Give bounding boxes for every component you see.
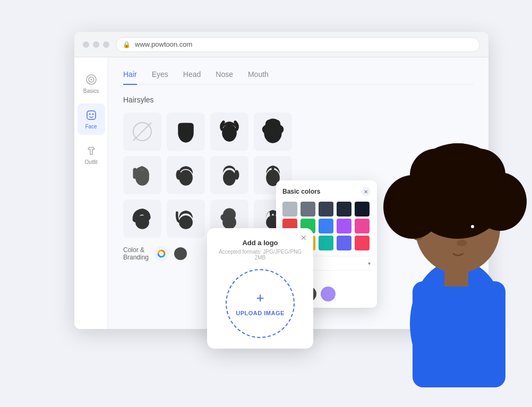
popup-close-button[interactable]: ✕ (361, 187, 371, 196)
color-cell-black[interactable] (355, 202, 370, 217)
chevron-down-icon: ▾ (368, 261, 371, 266)
tab-eyes[interactable]: Eyes (152, 70, 168, 85)
svg-point-5 (92, 114, 93, 115)
svg-rect-3 (87, 111, 96, 119)
upload-logo-popup: ✕ Add a logo Accepted formats: JPG/JPEG/… (207, 228, 313, 349)
color-cell-blue[interactable] (319, 219, 333, 233)
svg-point-24 (179, 215, 193, 229)
no-hair-icon (133, 122, 152, 141)
sidebar-label-face: Face (85, 124, 97, 129)
sidebar-item-outfit[interactable]: Outfit (78, 139, 105, 170)
hairstyle-item-5[interactable] (167, 156, 205, 194)
face-icon (85, 109, 98, 122)
tab-mouth[interactable]: Mouth (248, 70, 269, 85)
svg-rect-17 (133, 168, 136, 179)
hairstyle-item-2[interactable] (210, 112, 248, 151)
basics-icon (85, 73, 98, 86)
upload-plus-icon: + (256, 290, 264, 306)
upload-popup-close-button[interactable]: ✕ (301, 233, 307, 242)
svg-point-20 (223, 170, 236, 186)
tab-hair[interactable]: Hair (123, 70, 137, 85)
browser-dot-1 (83, 41, 89, 48)
hairstyle-item-1[interactable] (167, 112, 205, 151)
svg-point-21 (234, 170, 239, 179)
tab-head[interactable]: Head (183, 70, 201, 85)
color-cell-purple[interactable] (337, 219, 351, 233)
browser-toolbar: 🔒 www.powtoon.com (74, 32, 488, 57)
outfit-icon (85, 144, 98, 157)
svg-point-9 (222, 124, 237, 142)
tab-nose[interactable]: Nose (216, 70, 233, 85)
svg-rect-8 (178, 123, 194, 128)
color-cell-gray-light[interactable] (282, 202, 297, 217)
color-cell-gray[interactable] (301, 202, 315, 217)
color-cell-teal[interactable] (319, 236, 333, 250)
lock-icon: 🔒 (123, 41, 131, 48)
color-cell-gray-darker[interactable] (337, 202, 351, 217)
color-branding-label: Color &Branding (123, 246, 149, 261)
sidebar-item-face[interactable]: Face (78, 103, 105, 135)
browser-address-bar: 🔒 www.powtoon.com (116, 37, 480, 52)
sidebar-item-basics[interactable]: Basics (78, 68, 105, 99)
svg-point-2 (90, 79, 92, 81)
hairstyle-item-3[interactable] (254, 112, 292, 151)
my-color-swatch-purple[interactable] (321, 287, 336, 301)
browser-dots (83, 41, 109, 48)
color-cell-rose[interactable] (355, 236, 370, 250)
svg-point-27 (220, 214, 227, 221)
sidebar: Basics Face (74, 57, 108, 329)
color-cell-indigo[interactable] (337, 236, 351, 250)
svg-point-4 (89, 114, 90, 115)
hairstyles-title: Hairsyles (123, 96, 474, 104)
upload-area[interactable]: + UPLOAD IMAGE (226, 269, 295, 338)
upload-popup-subtitle: Accepted formats: JPG/JPEG/PNG 2MB (218, 249, 303, 261)
browser-dot-3 (103, 41, 109, 48)
color-cell-pink[interactable] (355, 219, 370, 233)
browser-dot-2 (93, 41, 99, 48)
svg-point-15 (272, 119, 280, 127)
upload-image-label: UPLOAD IMAGE (236, 309, 285, 317)
svg-point-14 (265, 119, 273, 127)
dark-color-swatch[interactable] (174, 247, 187, 260)
hairstyle-item-8[interactable] (123, 200, 161, 238)
svg-point-18 (179, 170, 193, 186)
tab-nav: Hair Eyes Head Nose Mouth (123, 70, 474, 85)
popup-header: Basic colors ✕ (282, 187, 371, 196)
hairstyle-item-6[interactable] (210, 156, 248, 194)
color-wheel-button[interactable] (154, 246, 169, 261)
svg-point-19 (176, 170, 181, 179)
popup-title: Basic colors (282, 188, 320, 195)
sidebar-label-outfit: Outfit (85, 159, 98, 165)
sidebar-label-basics: Basics (83, 88, 99, 94)
browser-url: www.powtoon.com (135, 40, 192, 48)
color-cell-gray-dark[interactable] (319, 202, 333, 217)
hairstyle-item-none[interactable] (123, 112, 161, 151)
hairstyle-item-9[interactable] (167, 200, 205, 238)
upload-popup-title: Add a logo (218, 239, 303, 247)
hairstyle-item-4[interactable] (123, 156, 161, 194)
